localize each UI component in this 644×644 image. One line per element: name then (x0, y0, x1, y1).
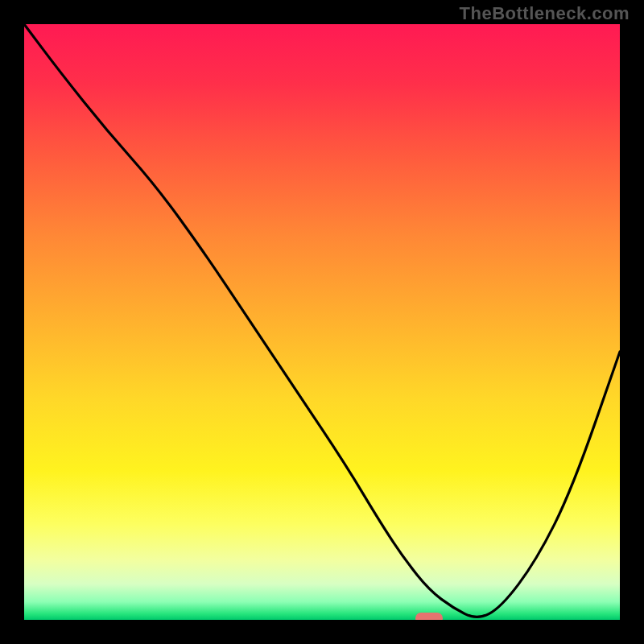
chart-frame: TheBottleneck.com (0, 0, 644, 644)
optimal-point-marker (415, 613, 443, 620)
plot-area (24, 24, 620, 620)
watermark-text: TheBottleneck.com (460, 3, 630, 24)
bottleneck-curve (24, 24, 620, 620)
curve-path (24, 24, 620, 617)
